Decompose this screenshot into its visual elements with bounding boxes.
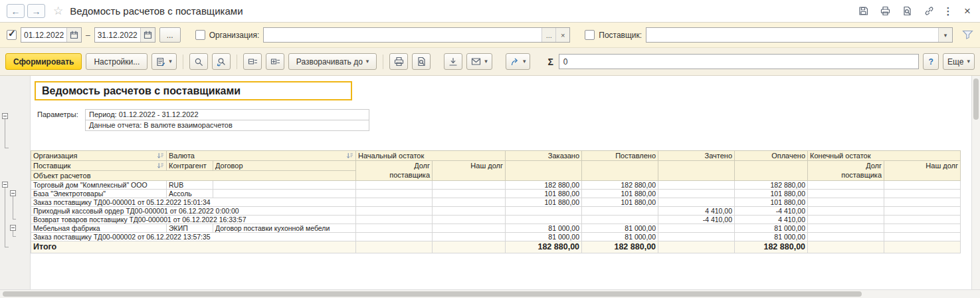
close-icon[interactable]: ×	[961, 5, 973, 17]
collapse-groups-button[interactable]	[243, 53, 262, 70]
k2-cell[interactable]	[884, 198, 961, 207]
parameter-data[interactable]: Данные отчета: В валюте взаиморасчетов	[85, 120, 369, 131]
ordered-cell[interactable]	[506, 207, 582, 216]
header-opening-debt[interactable]: Долг поставщика	[356, 161, 433, 181]
paid-cell[interactable]: 101 880,00	[735, 198, 808, 207]
ordered-cell[interactable]: 182 880,00	[506, 241, 582, 253]
save-icon[interactable]	[857, 5, 869, 17]
row-label-cell[interactable]: Мебельная фабрика	[31, 224, 167, 233]
delivered-cell[interactable]: 182 880,00	[582, 181, 658, 190]
forward-button[interactable]: →	[27, 4, 45, 18]
n1-cell[interactable]	[356, 233, 433, 241]
offset-cell[interactable]	[658, 181, 735, 190]
contract-cell[interactable]	[213, 190, 356, 198]
k1-cell[interactable]	[808, 190, 884, 198]
print-preview-button[interactable]	[412, 53, 431, 70]
header-closing[interactable]: Конечный остаток	[808, 151, 961, 161]
group-toggle[interactable]	[10, 190, 16, 196]
period-options-button[interactable]: ...	[159, 27, 181, 43]
kebab-menu-icon[interactable]: ⋮	[945, 5, 951, 17]
header-supplier[interactable]: Поставщик	[31, 161, 167, 171]
header-closing-our-debt[interactable]: Наш долг	[884, 161, 961, 181]
paid-cell[interactable]: 182 880,00	[735, 241, 808, 253]
ordered-cell[interactable]	[506, 216, 582, 224]
print-icon[interactable]	[879, 5, 891, 17]
contract-cell[interactable]	[213, 181, 356, 190]
supplier-checkbox[interactable]	[585, 30, 595, 40]
ordered-cell[interactable]: 182 880,00	[506, 181, 582, 190]
report-title[interactable]: Ведомость расчетов с поставщиками	[35, 81, 352, 100]
header-opening[interactable]: Начальный остаток	[356, 151, 506, 161]
supplier-input[interactable]	[646, 28, 938, 42]
search-button[interactable]	[189, 53, 208, 70]
n2-cell[interactable]	[433, 207, 506, 216]
n1-cell[interactable]	[356, 224, 433, 233]
generate-button[interactable]: Сформировать	[5, 53, 82, 70]
n2-cell[interactable]	[433, 224, 506, 233]
n1-cell[interactable]	[356, 216, 433, 224]
share-button[interactable]: ▾	[506, 53, 531, 70]
delivered-cell[interactable]: 101 880,00	[582, 190, 658, 198]
header-counterparty[interactable]: Контрагент	[167, 161, 213, 171]
org-clear-button[interactable]: ×	[555, 28, 569, 42]
header-offset[interactable]: Зачтено	[658, 151, 735, 161]
n1-cell[interactable]	[356, 190, 433, 198]
header-delivered[interactable]: Поставлено	[582, 151, 658, 161]
k1-cell[interactable]	[808, 207, 884, 216]
search-next-button[interactable]	[212, 53, 231, 70]
group-toggle[interactable]	[2, 113, 8, 119]
settings-button[interactable]: Настройки...	[86, 53, 147, 70]
n2-cell[interactable]	[433, 181, 506, 190]
k1-cell[interactable]	[808, 198, 884, 207]
expand-to-button[interactable]: Разворачивать до ▾	[288, 53, 377, 70]
save-file-button[interactable]	[444, 53, 462, 70]
more-button[interactable]: Еще ▾	[943, 53, 975, 70]
offset-cell[interactable]: 4 410,00	[658, 207, 735, 216]
k1-cell[interactable]	[808, 224, 884, 233]
offset-cell[interactable]: -4 410,00	[658, 216, 735, 224]
n2-cell[interactable]	[433, 198, 506, 207]
paid-cell[interactable]: 81 000,00	[735, 224, 808, 233]
period-from-calendar-button[interactable]	[66, 28, 81, 42]
n2-cell[interactable]	[433, 216, 506, 224]
header-opening-our-debt[interactable]: Наш долг	[433, 161, 506, 181]
delivered-cell[interactable]: 182 880,00	[582, 241, 658, 253]
send-email-button[interactable]: ▾	[466, 53, 492, 70]
delivered-cell[interactable]	[582, 207, 658, 216]
header-org[interactable]: Организация	[31, 151, 167, 161]
ordered-cell[interactable]: 101 880,00	[506, 190, 582, 198]
counterparty-cell[interactable]: Ассоль	[167, 190, 213, 198]
header-object[interactable]: Объект расчетов	[31, 171, 356, 181]
k2-cell[interactable]	[884, 181, 961, 190]
horizontal-scrollbar[interactable]	[0, 289, 980, 298]
header-contract[interactable]: Договор	[213, 161, 356, 171]
link-icon[interactable]	[923, 5, 935, 17]
n1-cell[interactable]	[356, 198, 433, 207]
row-label-cell[interactable]: Итого	[31, 241, 356, 253]
paid-cell[interactable]: 4 410,00	[735, 216, 808, 224]
header-paid[interactable]: Оплачено	[735, 151, 808, 161]
favorites-star-icon[interactable]: ☆	[53, 5, 63, 17]
row-label-cell[interactable]: Торговый дом "Комплексный" ООО	[31, 181, 167, 190]
vertical-scroll-thumb[interactable]	[973, 78, 979, 120]
header-closing-debt[interactable]: Долг поставщика	[808, 161, 884, 181]
k1-cell[interactable]	[808, 241, 884, 253]
k2-cell[interactable]	[884, 207, 961, 216]
period-checkbox[interactable]: ✓	[7, 30, 17, 40]
ordered-cell[interactable]: 101 880,00	[506, 198, 582, 207]
contract-cell[interactable]: Договор поставки кухонной мебели	[213, 224, 356, 233]
row-label-cell[interactable]: Приходный кассовый ордер ТД00-000001 от …	[31, 207, 356, 216]
delivered-cell[interactable]: 81 000,00	[582, 224, 658, 233]
k2-cell[interactable]	[884, 233, 961, 241]
expand-groups-button[interactable]	[266, 53, 284, 70]
k2-cell[interactable]	[884, 224, 961, 233]
print-preview-icon[interactable]	[901, 5, 913, 17]
offset-cell[interactable]	[658, 190, 735, 198]
k1-cell[interactable]	[808, 181, 884, 190]
n1-cell[interactable]	[356, 181, 433, 190]
counterparty-cell[interactable]: ЭКИП	[167, 224, 213, 233]
report-variants-button[interactable]: ▾	[151, 53, 177, 70]
row-label-cell[interactable]: Заказ поставщику ТД00-000002 от 06.12.20…	[31, 233, 356, 241]
n2-cell[interactable]	[433, 190, 506, 198]
row-label-cell[interactable]: Заказ поставщику ТД00-000001 от 05.12.20…	[31, 198, 356, 207]
